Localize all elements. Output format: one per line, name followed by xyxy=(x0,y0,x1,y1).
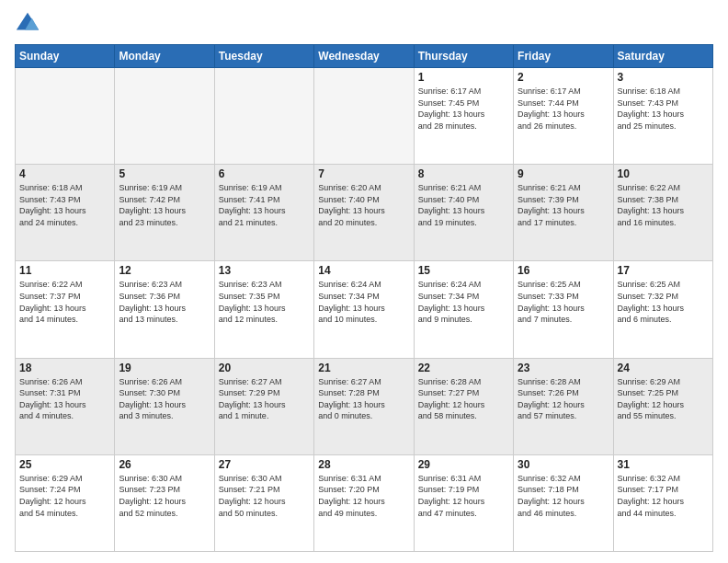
day-info: Sunrise: 6:25 AM Sunset: 7:32 PM Dayligh… xyxy=(618,279,709,325)
calendar-header-wednesday: Wednesday xyxy=(314,45,414,68)
calendar-cell: 1Sunrise: 6:17 AM Sunset: 7:45 PM Daylig… xyxy=(414,68,513,165)
day-info: Sunrise: 6:31 AM Sunset: 7:20 PM Dayligh… xyxy=(318,473,409,519)
day-info: Sunrise: 6:31 AM Sunset: 7:19 PM Dayligh… xyxy=(418,473,509,519)
day-number: 8 xyxy=(418,167,509,180)
calendar-header-thursday: Thursday xyxy=(414,45,513,68)
day-info: Sunrise: 6:21 AM Sunset: 7:40 PM Dayligh… xyxy=(418,182,509,228)
day-info: Sunrise: 6:27 AM Sunset: 7:28 PM Dayligh… xyxy=(318,376,409,422)
day-number: 30 xyxy=(518,458,609,471)
calendar-cell: 2Sunrise: 6:17 AM Sunset: 7:44 PM Daylig… xyxy=(514,68,613,165)
day-info: Sunrise: 6:22 AM Sunset: 7:38 PM Dayligh… xyxy=(618,182,709,228)
day-number: 25 xyxy=(19,458,110,471)
day-number: 5 xyxy=(119,167,210,180)
day-info: Sunrise: 6:30 AM Sunset: 7:21 PM Dayligh… xyxy=(219,473,310,519)
calendar-week-1: 1Sunrise: 6:17 AM Sunset: 7:45 PM Daylig… xyxy=(16,68,713,165)
day-info: Sunrise: 6:18 AM Sunset: 7:43 PM Dayligh… xyxy=(618,86,709,132)
calendar-week-4: 18Sunrise: 6:26 AM Sunset: 7:31 PM Dayli… xyxy=(16,358,713,454)
day-number: 21 xyxy=(318,362,409,374)
calendar-header-friday: Friday xyxy=(514,45,613,68)
day-number: 28 xyxy=(318,458,409,471)
calendar-table: SundayMondayTuesdayWednesdayThursdayFrid… xyxy=(15,44,713,552)
calendar-cell: 26Sunrise: 6:30 AM Sunset: 7:23 PM Dayli… xyxy=(115,454,214,551)
day-number: 9 xyxy=(518,167,609,180)
calendar-cell: 22Sunrise: 6:28 AM Sunset: 7:27 PM Dayli… xyxy=(414,358,513,454)
calendar-cell: 23Sunrise: 6:28 AM Sunset: 7:26 PM Dayli… xyxy=(514,358,613,454)
header xyxy=(15,11,713,37)
day-number: 15 xyxy=(418,264,509,277)
day-info: Sunrise: 6:23 AM Sunset: 7:35 PM Dayligh… xyxy=(219,279,310,325)
calendar-cell: 18Sunrise: 6:26 AM Sunset: 7:31 PM Dayli… xyxy=(16,358,115,454)
calendar-header-row: SundayMondayTuesdayWednesdayThursdayFrid… xyxy=(16,45,713,68)
day-number: 18 xyxy=(19,362,110,374)
calendar-cell xyxy=(314,68,414,165)
day-info: Sunrise: 6:23 AM Sunset: 7:36 PM Dayligh… xyxy=(119,279,210,325)
day-info: Sunrise: 6:19 AM Sunset: 7:42 PM Dayligh… xyxy=(119,182,210,228)
day-number: 6 xyxy=(219,167,310,180)
calendar-cell: 9Sunrise: 6:21 AM Sunset: 7:39 PM Daylig… xyxy=(514,165,613,261)
day-number: 12 xyxy=(119,264,210,277)
day-info: Sunrise: 6:27 AM Sunset: 7:29 PM Dayligh… xyxy=(219,376,310,422)
calendar-cell: 11Sunrise: 6:22 AM Sunset: 7:37 PM Dayli… xyxy=(16,261,115,358)
calendar-cell: 24Sunrise: 6:29 AM Sunset: 7:25 PM Dayli… xyxy=(613,358,712,454)
day-number: 17 xyxy=(618,264,709,277)
calendar-cell xyxy=(214,68,313,165)
calendar-cell: 30Sunrise: 6:32 AM Sunset: 7:18 PM Dayli… xyxy=(514,454,613,551)
calendar-cell: 29Sunrise: 6:31 AM Sunset: 7:19 PM Dayli… xyxy=(414,454,513,551)
day-info: Sunrise: 6:29 AM Sunset: 7:24 PM Dayligh… xyxy=(19,473,110,519)
day-number: 23 xyxy=(518,362,609,374)
day-number: 14 xyxy=(318,264,409,277)
calendar-cell: 25Sunrise: 6:29 AM Sunset: 7:24 PM Dayli… xyxy=(16,454,115,551)
calendar-cell xyxy=(16,68,115,165)
calendar-cell: 17Sunrise: 6:25 AM Sunset: 7:32 PM Dayli… xyxy=(613,261,712,358)
logo xyxy=(15,11,44,37)
day-info: Sunrise: 6:19 AM Sunset: 7:41 PM Dayligh… xyxy=(219,182,310,228)
day-info: Sunrise: 6:30 AM Sunset: 7:23 PM Dayligh… xyxy=(119,473,210,519)
calendar-cell: 8Sunrise: 6:21 AM Sunset: 7:40 PM Daylig… xyxy=(414,165,513,261)
calendar-cell: 6Sunrise: 6:19 AM Sunset: 7:41 PM Daylig… xyxy=(214,165,313,261)
calendar-cell: 15Sunrise: 6:24 AM Sunset: 7:34 PM Dayli… xyxy=(414,261,513,358)
calendar-cell: 28Sunrise: 6:31 AM Sunset: 7:20 PM Dayli… xyxy=(314,454,414,551)
day-number: 22 xyxy=(418,362,509,374)
calendar-header-sunday: Sunday xyxy=(16,45,115,68)
day-number: 27 xyxy=(219,458,310,471)
day-info: Sunrise: 6:22 AM Sunset: 7:37 PM Dayligh… xyxy=(19,279,110,325)
calendar-cell: 21Sunrise: 6:27 AM Sunset: 7:28 PM Dayli… xyxy=(314,358,414,454)
day-number: 19 xyxy=(119,362,210,374)
calendar-cell: 27Sunrise: 6:30 AM Sunset: 7:21 PM Dayli… xyxy=(214,454,313,551)
page: SundayMondayTuesdayWednesdayThursdayFrid… xyxy=(0,0,728,563)
calendar-cell: 4Sunrise: 6:18 AM Sunset: 7:43 PM Daylig… xyxy=(16,165,115,261)
calendar-cell: 7Sunrise: 6:20 AM Sunset: 7:40 PM Daylig… xyxy=(314,165,414,261)
day-number: 26 xyxy=(119,458,210,471)
day-number: 2 xyxy=(518,71,609,84)
calendar-cell: 16Sunrise: 6:25 AM Sunset: 7:33 PM Dayli… xyxy=(514,261,613,358)
calendar-week-3: 11Sunrise: 6:22 AM Sunset: 7:37 PM Dayli… xyxy=(16,261,713,358)
day-info: Sunrise: 6:29 AM Sunset: 7:25 PM Dayligh… xyxy=(618,376,709,422)
day-info: Sunrise: 6:26 AM Sunset: 7:31 PM Dayligh… xyxy=(19,376,110,422)
day-number: 11 xyxy=(19,264,110,277)
logo-icon xyxy=(15,11,40,37)
calendar-cell: 31Sunrise: 6:32 AM Sunset: 7:17 PM Dayli… xyxy=(613,454,712,551)
day-info: Sunrise: 6:21 AM Sunset: 7:39 PM Dayligh… xyxy=(518,182,609,228)
day-info: Sunrise: 6:28 AM Sunset: 7:26 PM Dayligh… xyxy=(518,376,609,422)
day-info: Sunrise: 6:17 AM Sunset: 7:45 PM Dayligh… xyxy=(418,86,509,132)
day-info: Sunrise: 6:24 AM Sunset: 7:34 PM Dayligh… xyxy=(318,279,409,325)
day-number: 24 xyxy=(618,362,709,374)
calendar-week-5: 25Sunrise: 6:29 AM Sunset: 7:24 PM Dayli… xyxy=(16,454,713,551)
calendar-cell: 14Sunrise: 6:24 AM Sunset: 7:34 PM Dayli… xyxy=(314,261,414,358)
day-number: 20 xyxy=(219,362,310,374)
day-number: 31 xyxy=(618,458,709,471)
day-number: 7 xyxy=(318,167,409,180)
day-info: Sunrise: 6:20 AM Sunset: 7:40 PM Dayligh… xyxy=(318,182,409,228)
calendar-header-monday: Monday xyxy=(115,45,214,68)
calendar-header-saturday: Saturday xyxy=(613,45,712,68)
calendar-cell xyxy=(115,68,214,165)
day-number: 16 xyxy=(518,264,609,277)
day-info: Sunrise: 6:28 AM Sunset: 7:27 PM Dayligh… xyxy=(418,376,509,422)
day-number: 1 xyxy=(418,71,509,84)
calendar-cell: 3Sunrise: 6:18 AM Sunset: 7:43 PM Daylig… xyxy=(613,68,712,165)
day-number: 13 xyxy=(219,264,310,277)
day-info: Sunrise: 6:26 AM Sunset: 7:30 PM Dayligh… xyxy=(119,376,210,422)
calendar-cell: 10Sunrise: 6:22 AM Sunset: 7:38 PM Dayli… xyxy=(613,165,712,261)
calendar-week-2: 4Sunrise: 6:18 AM Sunset: 7:43 PM Daylig… xyxy=(16,165,713,261)
calendar-cell: 20Sunrise: 6:27 AM Sunset: 7:29 PM Dayli… xyxy=(214,358,313,454)
